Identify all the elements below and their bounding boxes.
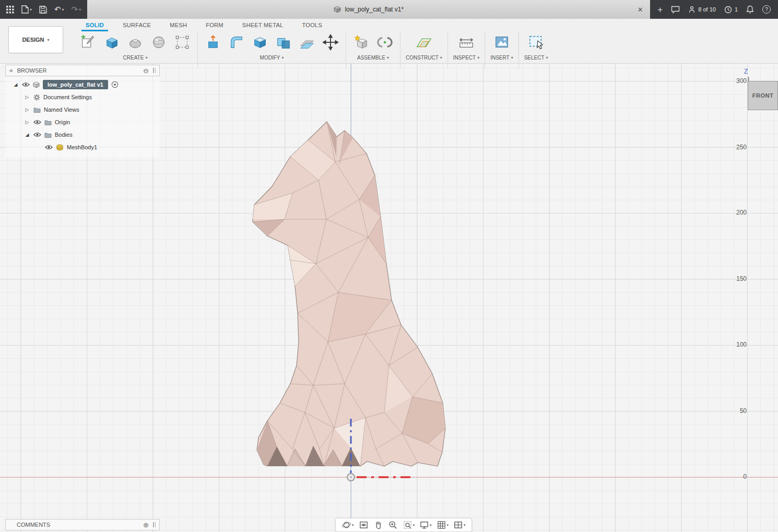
- expander-collapsed-icon[interactable]: ▷: [24, 94, 30, 100]
- tab-solid[interactable]: SOLID: [76, 19, 113, 31]
- group-insert: INSERT ▾: [485, 31, 518, 61]
- expander-expanded-icon[interactable]: ◢: [24, 132, 30, 137]
- caret-down-icon: ▾: [430, 523, 432, 527]
- create-menu-button[interactable]: CREATE ▾: [123, 55, 148, 61]
- browser-drag-grip[interactable]: [153, 68, 156, 73]
- view-cube-front[interactable]: FRONT: [748, 81, 778, 110]
- app-grid-icon[interactable]: [6, 6, 14, 14]
- ribbon-tab-strip: SOLID SURFACE MESH FORM SHEET METAL TOOL…: [76, 19, 778, 31]
- fillet-icon[interactable]: [227, 32, 246, 53]
- look-at-icon[interactable]: [357, 519, 370, 531]
- expander-collapsed-icon[interactable]: ▷: [24, 120, 30, 125]
- folder-icon: [33, 107, 41, 113]
- viewports-icon[interactable]: ▾: [452, 519, 467, 531]
- tree-item-label[interactable]: MeshBody1: [67, 144, 97, 150]
- insert-menu-button[interactable]: INSERT ▾: [490, 55, 513, 61]
- tree-row-origin[interactable]: ▷ Origin: [5, 116, 160, 128]
- joint-icon[interactable]: [375, 32, 395, 53]
- tree-row-meshbody1[interactable]: MeshBody1: [5, 141, 160, 153]
- pan-icon[interactable]: [372, 519, 385, 531]
- orbit-icon[interactable]: ▾: [340, 519, 356, 531]
- workspace-selector-button[interactable]: DESIGN ▾: [8, 26, 63, 53]
- expander-collapsed-icon[interactable]: ▷: [24, 107, 30, 112]
- tab-form[interactable]: FORM: [196, 19, 233, 31]
- tree-item-label[interactable]: Bodies: [55, 132, 73, 138]
- undo-icon[interactable]: ↶ ▾: [54, 5, 64, 14]
- file-menu-icon[interactable]: ▾: [21, 5, 32, 14]
- create-primitive-box-icon[interactable]: [102, 32, 122, 53]
- insert-canvas-icon[interactable]: [492, 32, 512, 53]
- browser-panel: « BROWSER ⊖ ◢ low_poly_cat_flat v1: [5, 65, 160, 158]
- visibility-eye-icon[interactable]: [33, 120, 41, 125]
- tab-mesh[interactable]: MESH: [160, 19, 196, 31]
- caret-down-icon: ▾: [62, 7, 64, 12]
- caret-down-icon: ▾: [440, 55, 442, 60]
- group-create: CREATE ▾: [73, 31, 197, 61]
- comment-bubble-icon[interactable]: [671, 6, 680, 14]
- measure-icon[interactable]: [456, 32, 476, 53]
- browser-options-icon[interactable]: ⊖: [143, 67, 149, 74]
- caret-down-icon: ▾: [30, 7, 32, 12]
- new-component-icon[interactable]: [351, 32, 371, 53]
- visibility-eye-icon[interactable]: [33, 132, 41, 137]
- inspect-menu-button[interactable]: INSPECT ▾: [453, 55, 479, 61]
- tree-row-document-settings[interactable]: ▷ Document Settings: [5, 91, 160, 103]
- help-icon[interactable]: ?: [762, 5, 771, 14]
- fusion360-window: Z 300 250 200 150 100 50 0 FRONT ▾ ↶ ▾: [0, 0, 778, 532]
- tree-item-label[interactable]: Named Views: [44, 107, 79, 113]
- fit-icon[interactable]: ▾: [401, 519, 417, 531]
- notification-center-badge[interactable]: 1: [724, 6, 738, 14]
- shell-icon[interactable]: [250, 32, 270, 53]
- tree-item-label[interactable]: Document Settings: [43, 94, 92, 100]
- create-sphere-icon[interactable]: [149, 32, 169, 53]
- save-icon[interactable]: [39, 6, 47, 14]
- tree-root-label[interactable]: low_poly_cat_flat v1: [43, 80, 108, 89]
- add-comment-icon[interactable]: ⊕: [143, 522, 149, 528]
- tab-surface[interactable]: SURFACE: [113, 19, 160, 31]
- create-pattern-box-icon[interactable]: [172, 32, 192, 53]
- tree-row-named-views[interactable]: ▷ Named Views: [5, 103, 160, 116]
- create-sketch-icon[interactable]: [78, 32, 98, 53]
- create-revolve-icon[interactable]: [125, 32, 145, 53]
- document-tab[interactable]: low_poly_cat_flat v1* ✕: [87, 0, 650, 19]
- origin-point[interactable]: [347, 474, 355, 481]
- comments-panel: COMMENTS ⊕: [5, 519, 160, 530]
- modify-menu-button[interactable]: MODIFY ▾: [260, 55, 284, 61]
- document-icon: [33, 81, 40, 88]
- caret-down-icon: ▾: [464, 523, 466, 527]
- collapse-panel-icon[interactable]: «: [9, 67, 13, 74]
- zoom-icon[interactable]: [386, 519, 399, 531]
- job-status-badge[interactable]: 8 of 10: [688, 6, 716, 13]
- move-icon[interactable]: [321, 32, 340, 53]
- tree-row-bodies[interactable]: ◢ Bodies: [5, 128, 160, 141]
- group-construct: CONSTRUCT ▾: [400, 31, 447, 61]
- visibility-eye-icon[interactable]: [22, 82, 30, 87]
- assemble-menu-button[interactable]: ASSEMBLE ▾: [357, 55, 389, 61]
- browser-header[interactable]: « BROWSER ⊖: [5, 65, 160, 76]
- expander-expanded-icon[interactable]: ◢: [13, 82, 19, 87]
- redo-icon[interactable]: ↷ ▾: [72, 5, 81, 14]
- offset-face-icon[interactable]: [297, 32, 317, 53]
- press-pull-icon[interactable]: [203, 32, 223, 53]
- tab-sheet-metal[interactable]: SHEET METAL: [233, 19, 293, 31]
- construct-menu-button[interactable]: CONSTRUCT ▾: [406, 55, 442, 61]
- display-settings-icon[interactable]: ▾: [418, 519, 433, 531]
- activate-component-radio-icon[interactable]: [111, 81, 119, 88]
- caret-down-icon: ▾: [352, 523, 354, 527]
- close-document-icon[interactable]: ✕: [635, 5, 645, 14]
- tab-tools[interactable]: TOOLS: [292, 19, 332, 31]
- bell-icon[interactable]: [746, 5, 754, 14]
- grid-settings-icon[interactable]: ▾: [435, 519, 451, 531]
- visibility-eye-icon[interactable]: [45, 145, 53, 150]
- document-cube-icon: [334, 6, 341, 13]
- select-menu-button[interactable]: SELECT ▾: [524, 55, 548, 61]
- comments-header[interactable]: COMMENTS ⊕: [5, 519, 160, 530]
- tree-row-root[interactable]: ◢ low_poly_cat_flat v1: [5, 78, 160, 91]
- caret-down-icon: ▾: [546, 55, 548, 60]
- comments-drag-grip[interactable]: [153, 522, 156, 527]
- select-window-icon[interactable]: [526, 32, 546, 53]
- tree-item-label[interactable]: Origin: [55, 119, 70, 125]
- new-tab-icon[interactable]: +: [657, 5, 663, 14]
- combine-icon[interactable]: [274, 32, 293, 53]
- construct-plane-icon[interactable]: [414, 32, 434, 53]
